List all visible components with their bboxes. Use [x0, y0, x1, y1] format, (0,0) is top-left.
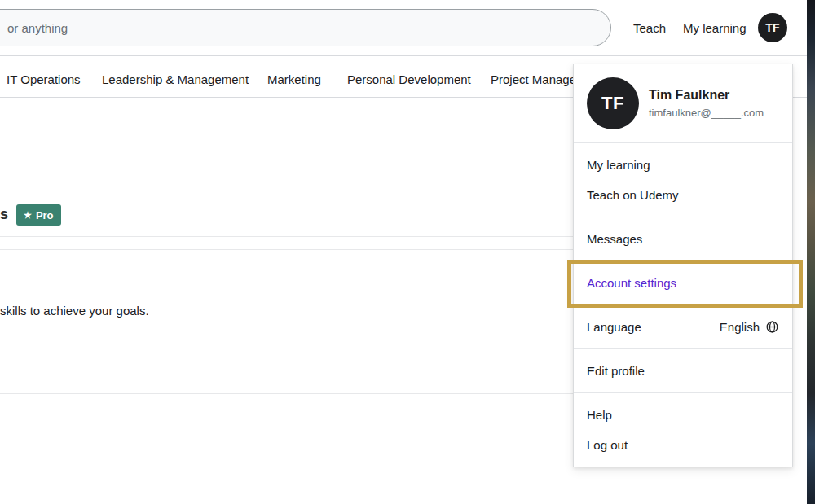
language-label: Language — [587, 320, 641, 334]
menu-item-edit-profile[interactable]: Edit profile — [574, 356, 792, 386]
nav-item-it-operations[interactable]: IT Operations — [7, 72, 81, 86]
menu-group-learning: My learning Teach on Udemy — [574, 143, 792, 217]
menu-item-messages[interactable]: Messages — [574, 224, 792, 254]
top-header: Teach My learning TF — [0, 0, 807, 56]
language-value: English — [720, 320, 779, 334]
menu-item-account-settings[interactable]: Account settings — [574, 268, 792, 298]
menu-item-my-learning[interactable]: My learning — [574, 150, 792, 180]
menu-item-log-out[interactable]: Log out — [574, 430, 792, 460]
page-heading-fragment: s — [0, 206, 8, 223]
menu-group-account-settings: Account settings — [574, 261, 792, 305]
menu-group-edit-profile: Edit profile — [574, 348, 792, 392]
star-icon: ★ — [24, 211, 32, 220]
menu-user-header[interactable]: TF Tim Faulkner timfaulkner@_____.com — [574, 64, 792, 143]
nav-item-personal-development[interactable]: Personal Development — [347, 72, 471, 86]
divider — [0, 393, 573, 394]
nav-item-leadership-management[interactable]: Leadership & Management — [102, 72, 249, 86]
language-current: English — [720, 320, 760, 334]
nav-item-marketing[interactable]: Marketing — [267, 72, 321, 86]
tagline-fragment: skills to achieve your goals. — [0, 304, 149, 318]
my-learning-link[interactable]: My learning — [683, 21, 747, 35]
user-name: Tim Faulkner — [649, 88, 764, 103]
menu-user-info: Tim Faulkner timfaulkner@_____.com — [649, 88, 764, 119]
menu-item-teach-on-udemy[interactable]: Teach on Udemy — [574, 180, 792, 210]
globe-icon — [765, 320, 779, 334]
page: Teach My learning TF IT Operations Leade… — [0, 0, 815, 504]
pro-badge-label: Pro — [36, 209, 54, 221]
divider — [0, 236, 573, 237]
search-bar — [0, 9, 611, 46]
nav-item-project-management[interactable]: Project Manage — [491, 72, 576, 86]
menu-item-help[interactable]: Help — [574, 400, 792, 430]
desktop-background-edge — [807, 0, 815, 504]
menu-avatar: TF — [587, 77, 639, 129]
pro-badge: ★ Pro — [16, 204, 61, 226]
user-avatar-button[interactable]: TF — [758, 13, 787, 42]
menu-group-help-logout: Help Log out — [574, 392, 792, 467]
search-input[interactable] — [0, 10, 610, 46]
profile-dropdown-menu: TF Tim Faulkner timfaulkner@_____.com My… — [573, 64, 793, 467]
menu-group-language: Language English — [574, 305, 792, 348]
user-email: timfaulkner@_____.com — [649, 107, 764, 119]
menu-group-messages: Messages — [574, 217, 792, 261]
divider — [0, 249, 573, 250]
teach-link[interactable]: Teach — [633, 21, 666, 35]
menu-item-language[interactable]: Language English — [574, 312, 792, 342]
